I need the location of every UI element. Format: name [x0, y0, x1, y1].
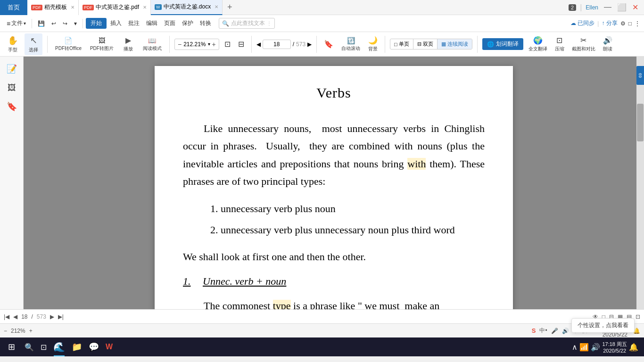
zoom-in-status-btn[interactable]: +	[29, 328, 33, 334]
zoom-in-btn[interactable]: +	[212, 41, 216, 48]
scrollbar-track[interactable]: 69	[636, 57, 644, 309]
tab-template-close[interactable]: ✕	[71, 5, 74, 10]
taskbar-search-icon: 🔍	[25, 343, 34, 352]
hand-tool-btn[interactable]: ✋ 手型	[4, 33, 22, 55]
pdf-office-btn[interactable]: 📄 PDF转Office	[52, 35, 84, 54]
prev-page-btn[interactable]: ◀	[256, 41, 261, 48]
edit-menu-btn[interactable]: 编辑	[143, 17, 160, 29]
titlebar-right: 2 | Ellen — ⬜ ✕	[569, 3, 644, 12]
zoom-width-btn[interactable]: ⊟	[236, 38, 247, 50]
undo-btn[interactable]: ↩	[49, 18, 59, 29]
auto-scroll-label: 自动滚动	[341, 45, 360, 52]
sync-label[interactable]: ☁ 已同步	[570, 19, 594, 27]
new-tab-button[interactable]: +	[223, 0, 237, 15]
save-btn[interactable]: 💾	[35, 18, 48, 29]
taskbar-notify[interactable]: 🔔	[629, 343, 638, 352]
play-btn[interactable]: ▶ 播放	[119, 34, 137, 54]
tab-template-label: 稻壳模板	[44, 3, 67, 11]
taskbar-wps[interactable]: W	[103, 337, 116, 356]
nav-first-btn[interactable]: |◀	[4, 313, 9, 320]
search-box[interactable]: 🔍 点此查找文本 ⋮	[219, 18, 275, 29]
compress-btn[interactable]: ⊡ 压缩	[553, 34, 567, 54]
translate-btn[interactable]: 🌐 划词翻译	[482, 38, 523, 50]
taskbar-wechat-icon: 💬	[89, 342, 99, 352]
tab-docx-close[interactable]: ✕	[215, 4, 218, 9]
bookmark-btn[interactable]: 🔖	[322, 38, 336, 50]
share-label[interactable]: ↑ 分享	[602, 19, 617, 27]
more-options-icon[interactable]: ⋮	[635, 20, 640, 27]
read-label: 阅读模式	[143, 45, 162, 52]
window-controls: — ⬜ ✕	[602, 3, 640, 12]
close-button[interactable]: ✕	[630, 3, 640, 12]
tab-pdf[interactable]: PDF 中式英语之鉴.pdf ✕	[79, 0, 151, 15]
read-mode-btn[interactable]: 📖 阅读模式	[140, 35, 165, 54]
tab-template[interactable]: PDF 稻壳模板 ✕	[27, 0, 79, 15]
continuous-view-tab[interactable]: ▦ 连续阅读	[438, 39, 472, 49]
select-tool-btn[interactable]: ↖ 选择	[25, 33, 42, 55]
settings-icon[interactable]: ⚙	[620, 20, 626, 27]
taskbar-volume-icon[interactable]: 🔊	[591, 343, 600, 352]
taskbar-up-arrow[interactable]: ∧	[572, 343, 578, 352]
read-aloud-btn[interactable]: 🔊 朗读	[601, 34, 615, 54]
taskbar-explorer-icon: 📁	[72, 342, 82, 352]
screenshot-btn[interactable]: ✂ 截图和对比	[570, 34, 598, 54]
nav-prev-btn[interactable]: ◀	[13, 313, 17, 320]
play-label: 播放	[124, 46, 133, 52]
taskbar-edge[interactable]: 🌊	[50, 337, 68, 356]
compress-icon: ⊡	[556, 36, 562, 45]
sidebar-image-btn[interactable]: 🖼	[3, 79, 20, 96]
pdf-img-btn[interactable]: 🖼 PDF转图片	[87, 35, 116, 54]
double-view-tab[interactable]: ⊟ 双页	[413, 39, 438, 49]
auto-scroll-btn[interactable]: 🔃 自动滚动	[339, 35, 363, 54]
user-name[interactable]: Ellen	[586, 4, 598, 11]
protect-menu-btn[interactable]: 保护	[179, 17, 196, 29]
home-tab[interactable]: 首页	[0, 0, 27, 15]
taskbar-explorer[interactable]: 📁	[69, 337, 85, 356]
page-number-input[interactable]: 18	[263, 40, 291, 49]
file-menu[interactable]: ≡ 文件 ▾	[4, 17, 29, 29]
start-menu-btn[interactable]: 开始	[86, 18, 107, 29]
taskbar-task-view[interactable]: ⊡	[38, 337, 50, 356]
restore-button[interactable]: ⬜	[615, 3, 628, 12]
zoom-dropdown-btn[interactable]: ▾	[208, 41, 210, 47]
taskbar-network-icon[interactable]: 📶	[579, 343, 589, 352]
nav-next-btn[interactable]: ▶	[50, 313, 54, 320]
annotate-menu-btn[interactable]: 批注	[125, 17, 142, 29]
full-translate-btn[interactable]: 🌍 全文翻译	[526, 34, 550, 54]
zoom-out-btn[interactable]: −	[178, 41, 182, 48]
sidebar-bookmark-btn[interactable]: 🔖	[3, 98, 20, 115]
search-icon: 🔍	[222, 20, 229, 27]
zoom-out-status-btn[interactable]: −	[4, 328, 7, 334]
zoom-fit-btn[interactable]: ⊡	[222, 38, 233, 50]
insert-menu-btn[interactable]: 插入	[107, 17, 124, 29]
taskbar-search[interactable]: 🔍	[22, 337, 37, 356]
more-history-btn[interactable]: ▾	[71, 18, 80, 29]
convert-menu-btn[interactable]: 转换	[197, 17, 214, 29]
single-view-tab[interactable]: □ 单页	[390, 39, 413, 49]
view5-btn[interactable]: ⊡	[636, 313, 640, 320]
page-menu-btn[interactable]: 页面	[161, 17, 178, 29]
pdf-area[interactable]: Verbs Like unnecessary nouns, most unnec…	[24, 57, 644, 309]
redo-btn[interactable]: ↪	[60, 18, 70, 29]
tab-pdf-icon: PDF	[31, 5, 42, 10]
taskbar-right: ∧ 📶 🔊 17:18 周五 2020/5/22 🔔	[572, 341, 642, 354]
tab-docx[interactable]: W 中式英语之鉴.docx ✕	[151, 0, 223, 15]
taskbar-clock[interactable]: 17:18 周五 2020/5/22	[602, 341, 627, 354]
view-icon[interactable]: □	[628, 20, 632, 27]
right-panel-btn[interactable]: 69	[636, 66, 644, 85]
list-item-2: unnecessary verb plus unnecessary noun p…	[221, 221, 485, 239]
bg-btn[interactable]: 🌙 背景	[366, 34, 380, 54]
minimize-button[interactable]: —	[602, 3, 613, 12]
title-bar: 首页 PDF 稻壳模板 ✕ PDF 中式英语之鉴.pdf ✕ W 中式英语之鉴.…	[0, 0, 644, 15]
nav-last-btn[interactable]: ▶|	[58, 313, 64, 320]
sidebar-note-btn[interactable]: 📝	[3, 60, 20, 77]
next-page-btn[interactable]: ▶	[307, 41, 312, 48]
status-bar: − 212% + S 中• 🎤 🔊 中 拼 🔺 17:18 周五 2020/5/…	[0, 323, 644, 337]
left-sidebar: 📝 🖼 🔖	[0, 57, 24, 309]
sep2	[169, 36, 170, 53]
tab-pdf-close[interactable]: ✕	[143, 5, 147, 10]
sep3	[251, 36, 252, 53]
start-button[interactable]: ⊞	[2, 337, 21, 356]
scrollbar-thumb[interactable]	[637, 104, 644, 141]
taskbar-wechat[interactable]: 💬	[86, 337, 102, 356]
